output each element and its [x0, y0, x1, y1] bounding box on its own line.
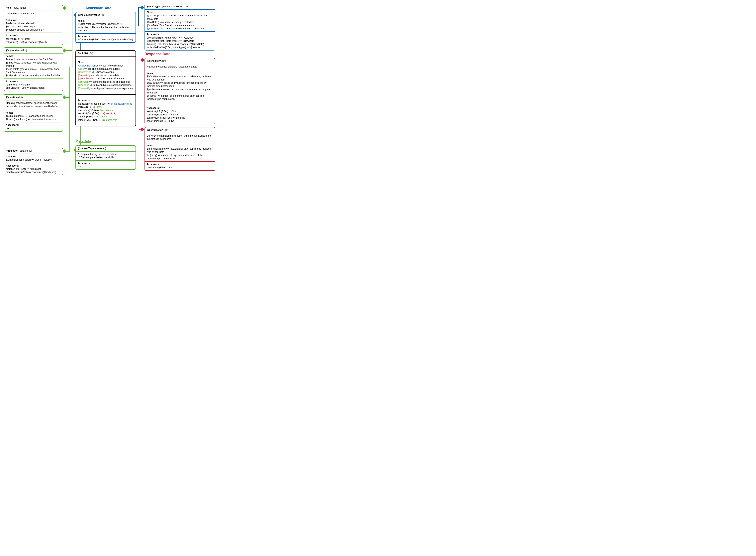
section-title-response: Response Data — [145, 52, 171, 56]
section-title-metadata: Metadata — [75, 139, 91, 144]
svg-marker-8 — [140, 128, 144, 131]
svg-marker-3 — [63, 149, 67, 153]
svg-marker-6 — [140, 6, 144, 9]
box-sensitivity: @sensitivity (list) Radiation response d… — [145, 58, 215, 124]
box-radioset: RadioSet (S4) Slots: @molecularProfiles … — [75, 50, 136, 127]
svg-marker-0 — [63, 6, 67, 10]
box-annotations: @annotations (list) Items: $name (charac… — [4, 47, 63, 91]
diagram-canvas: Molecular Data Response Data Metadata @c… — [0, 0, 251, 185]
svg-marker-7 — [140, 58, 144, 62]
box-molecular-profiles: @molecularProfiles (list) Items: $<data … — [75, 12, 136, 43]
section-title-molecular: Molecular Data — [86, 6, 111, 10]
box-cell: @cell (data.frame) Cell-id by cell-line … — [4, 5, 63, 45]
box-curation: @curation (list) Mapping between dataset… — [4, 94, 63, 132]
cell-desc: Cell-id by cell-line metadata — [6, 12, 61, 15]
svg-marker-1 — [63, 48, 67, 53]
box-perturbation: @perturbation (list) Currently no radiat… — [145, 127, 215, 171]
box-summarized-experiment: $<data type> (SummarizedExperiment) Slot… — [145, 4, 215, 50]
box-dataset-type: @datasetType (character) A string contai… — [75, 145, 136, 170]
box-radiation: @radiation (data.frame) Columns: $X.radi… — [4, 148, 63, 175]
svg-marker-2 — [63, 96, 67, 100]
